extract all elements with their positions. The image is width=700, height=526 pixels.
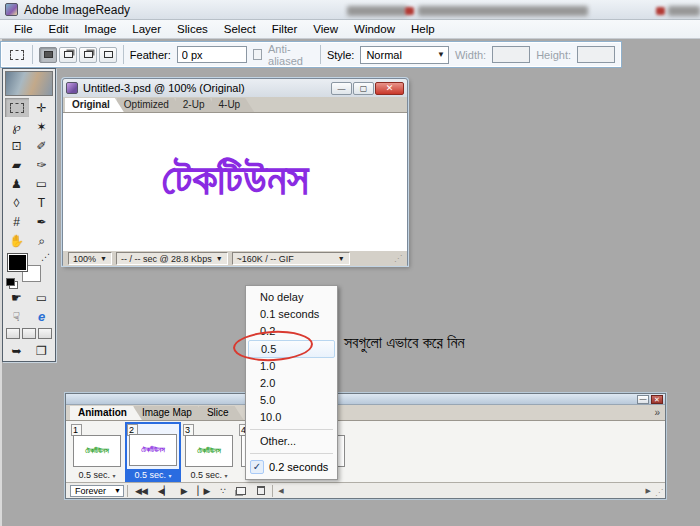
crop-tool[interactable]: # bbox=[5, 212, 29, 231]
frame-delay-select-2[interactable]: 0.5 sec. ▾ bbox=[125, 469, 181, 482]
tab-slice[interactable]: Slice bbox=[199, 406, 244, 420]
standard-screen-mode-button[interactable] bbox=[6, 328, 20, 339]
menu-item-current-delay[interactable]: ✓ 0.2 seconds bbox=[248, 457, 335, 476]
new-frame-button[interactable] bbox=[236, 487, 246, 495]
preview-in-browser-button[interactable]: e bbox=[30, 307, 54, 326]
jump-to-photoshop-button[interactable]: ➥ bbox=[5, 341, 29, 360]
menu-image[interactable]: Image bbox=[76, 21, 124, 37]
menu-window[interactable]: Window bbox=[346, 21, 403, 37]
feather-input[interactable] bbox=[177, 46, 247, 63]
animation-frame-1[interactable]: 1 টেকটিউনস bbox=[69, 424, 125, 470]
step-forward-button[interactable]: ▏▶ bbox=[194, 486, 214, 496]
type-icon: T bbox=[38, 196, 45, 210]
fullscreen-menubar-mode-button[interactable] bbox=[22, 328, 36, 339]
animation-panel-titlebar[interactable]: — ✕ bbox=[66, 394, 665, 405]
timing-info-value: -- / -- sec @ 28.8 Kbps bbox=[121, 254, 212, 264]
intersect-selection-button[interactable] bbox=[99, 47, 117, 63]
tab-animation[interactable]: Animation bbox=[70, 406, 142, 420]
type-tool[interactable]: T bbox=[30, 193, 54, 212]
frame-thumbnail: টেকটিউনস bbox=[185, 435, 233, 467]
tab-4up[interactable]: 4-Up bbox=[212, 98, 255, 112]
default-colors-icon[interactable] bbox=[6, 278, 15, 286]
play-button[interactable]: ▶ bbox=[177, 486, 191, 496]
step-back-button[interactable]: ◀▏ bbox=[154, 486, 174, 496]
tween-button[interactable]: ∵ bbox=[216, 486, 229, 496]
width-label: Width: bbox=[455, 49, 486, 61]
delete-frame-button[interactable] bbox=[257, 486, 265, 495]
menu-item-no-delay[interactable]: No delay bbox=[248, 289, 335, 306]
menu-item-0-1-seconds[interactable]: 0.1 seconds bbox=[248, 306, 335, 323]
slice-visibility-button[interactable]: ☟ bbox=[5, 307, 29, 326]
tab-optimized[interactable]: Optimized bbox=[117, 98, 183, 112]
eraser-tool[interactable]: ▰ bbox=[5, 155, 29, 174]
frame-delay-select-1[interactable]: 0.5 sec. ▾ bbox=[69, 469, 125, 482]
jump-to-browser-button[interactable]: ❐ bbox=[30, 341, 54, 360]
hand-tool[interactable]: ✋ bbox=[5, 231, 29, 250]
paint-bucket-tool[interactable]: ◊ bbox=[5, 193, 29, 212]
new-selection-button[interactable] bbox=[39, 47, 57, 63]
animation-controls: Forever ▼ ◀◀ ◀▏ ▶ ▏▶ ∵ ◀ ▶ ⋰ bbox=[66, 482, 665, 498]
close-button[interactable]: ✕ bbox=[375, 82, 404, 95]
preview-document-button[interactable]: ▭ bbox=[30, 288, 54, 307]
panel-menu-icon[interactable]: » bbox=[654, 407, 660, 418]
loop-select[interactable]: Forever ▼ bbox=[70, 485, 124, 497]
paintbrush-tool[interactable]: ✑ bbox=[30, 155, 54, 174]
menu-view[interactable]: View bbox=[305, 21, 346, 37]
lasso-tool[interactable]: ℘ bbox=[5, 117, 29, 136]
animation-frame-2[interactable]: 2 টেকটিউনস bbox=[125, 422, 181, 472]
subtract-from-selection-button[interactable] bbox=[79, 47, 97, 63]
menu-select[interactable]: Select bbox=[216, 21, 264, 37]
zoom-level-select[interactable]: 100% ▼ bbox=[68, 252, 112, 265]
rewind-button[interactable]: ◀◀ bbox=[131, 486, 151, 496]
rectangular-marquee-tool[interactable] bbox=[5, 98, 29, 117]
clone-stamp-tool[interactable]: ♟ bbox=[5, 174, 29, 193]
toggle-image-maps-button[interactable]: ☛ bbox=[5, 288, 29, 307]
frame-delay-select-3[interactable]: 0.5 sec. ▾ bbox=[181, 469, 237, 482]
move-tool[interactable]: ✛ bbox=[30, 98, 54, 117]
slice-tool[interactable]: ⊡ bbox=[5, 136, 29, 155]
magic-wand-tool[interactable]: ✶ bbox=[30, 117, 54, 136]
current-delay-label: 0.2 seconds bbox=[269, 461, 328, 473]
filesize-info-select[interactable]: ~160K / -- GIF ▼ bbox=[232, 252, 350, 265]
tab-original[interactable]: Original bbox=[65, 98, 124, 112]
eyedropper-tool[interactable]: ✒ bbox=[30, 212, 54, 231]
move-icon: ✛ bbox=[36, 101, 46, 115]
tab-image-map[interactable]: Image Map bbox=[134, 406, 207, 420]
panel-close-button[interactable]: ✕ bbox=[651, 395, 663, 404]
panel-minimize-button[interactable]: — bbox=[637, 395, 649, 404]
shape-tool[interactable]: ▭ bbox=[30, 174, 54, 193]
menu-edit[interactable]: Edit bbox=[41, 21, 77, 37]
document-title: Untitled-3.psd @ 100% (Original) bbox=[83, 82, 331, 94]
menu-item-5-0[interactable]: 5.0 bbox=[248, 392, 335, 409]
style-select[interactable]: Normal ▼ bbox=[360, 46, 449, 64]
separator bbox=[272, 485, 273, 497]
height-label: Height: bbox=[536, 49, 571, 61]
jump-to-icon: ➥ bbox=[11, 344, 21, 358]
maximize-button[interactable]: ▢ bbox=[353, 82, 374, 95]
menu-layer[interactable]: Layer bbox=[124, 21, 169, 37]
foreground-color-swatch[interactable] bbox=[8, 254, 27, 271]
menu-filter[interactable]: Filter bbox=[264, 21, 306, 37]
menu-file[interactable]: File bbox=[6, 21, 41, 37]
document-titlebar[interactable]: Untitled-3.psd @ 100% (Original) — ▢ ✕ bbox=[63, 79, 407, 97]
swap-colors-icon[interactable]: ⋰ bbox=[41, 252, 50, 262]
menu-help[interactable]: Help bbox=[403, 21, 443, 37]
slice-select-tool[interactable]: ✐ bbox=[30, 136, 54, 155]
zoom-tool[interactable]: ⌕ bbox=[30, 231, 54, 250]
timing-info-select[interactable]: -- / -- sec @ 28.8 Kbps ▼ bbox=[116, 252, 228, 265]
document-canvas[interactable]: টেকটিউনস bbox=[63, 113, 407, 250]
menu-item-2-0[interactable]: 2.0 bbox=[248, 375, 335, 392]
menu-item-10-0[interactable]: 10.0 bbox=[248, 409, 335, 426]
resize-grip[interactable]: ⋰ bbox=[394, 254, 402, 263]
add-to-selection-button[interactable] bbox=[59, 47, 77, 63]
scroll-left-arrow[interactable]: ◀ bbox=[276, 487, 285, 495]
minimize-button[interactable]: — bbox=[331, 82, 352, 95]
scroll-right-arrow[interactable]: ▶ bbox=[646, 487, 651, 495]
fullscreen-mode-button[interactable] bbox=[38, 328, 52, 339]
panel-resize-grip[interactable]: ⋰ bbox=[655, 488, 663, 497]
anti-aliased-checkbox[interactable] bbox=[253, 49, 262, 60]
animation-frame-3[interactable]: 3 টেকটিউনস bbox=[181, 424, 237, 470]
browser-icon: e bbox=[38, 309, 45, 324]
menu-item-other[interactable]: Other... bbox=[248, 433, 335, 450]
menu-slices[interactable]: Slices bbox=[169, 21, 216, 37]
